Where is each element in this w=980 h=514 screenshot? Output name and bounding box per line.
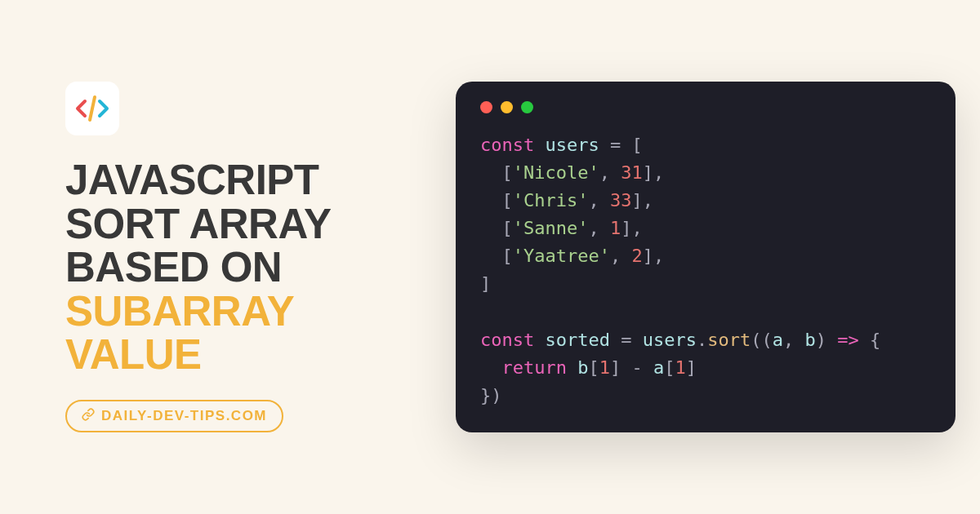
- title-line-2: SORT ARRAY: [65, 201, 332, 247]
- window-close-icon: [480, 101, 492, 113]
- title-line-5: VALUE: [65, 331, 202, 378]
- window-minimize-icon: [501, 101, 513, 113]
- title-line-4: SUBARRAY: [65, 288, 294, 335]
- code-window: const users = [ ['Nicole', 31], ['Chris'…: [456, 82, 956, 432]
- badge-text: DAILY-DEV-TIPS.COM: [101, 408, 267, 424]
- window-controls: [480, 101, 931, 113]
- site-logo: [65, 82, 119, 135]
- title-line-3: BASED ON: [65, 244, 282, 290]
- code-block: const users = [ ['Nicole', 31], ['Chris'…: [480, 131, 931, 410]
- title-line-1: JAVASCRIPT: [65, 157, 319, 203]
- link-icon: [82, 408, 95, 424]
- window-maximize-icon: [521, 101, 533, 113]
- code-slash-icon: [74, 91, 110, 126]
- site-badge: DAILY-DEV-TIPS.COM: [65, 400, 283, 432]
